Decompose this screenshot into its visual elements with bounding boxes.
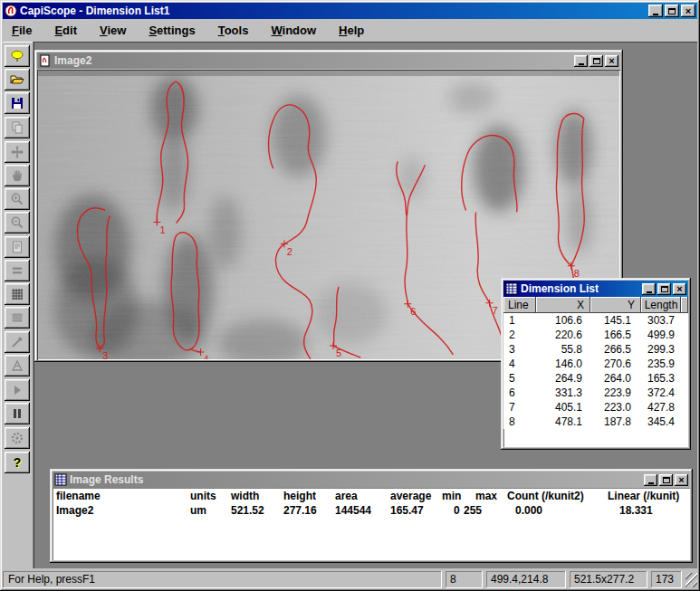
- zoom-out-icon: [10, 215, 24, 230]
- table-row[interactable]: 5264.9264.0165.3: [503, 371, 688, 386]
- table-cell: 220.6: [536, 328, 590, 342]
- dimension-list-titlebar[interactable]: Dimension List ×: [503, 281, 688, 297]
- menu-item-file[interactable]: File: [12, 24, 32, 37]
- menu-item-window[interactable]: Window: [271, 24, 316, 37]
- results-column-header: min: [442, 489, 475, 503]
- toolbar-move-button: [5, 141, 30, 163]
- dimlist-close-button[interactable]: ×: [673, 283, 686, 295]
- table-row[interactable]: 6331.3223.9372.4: [503, 386, 688, 400]
- status-image-size: 521.5x277.2: [570, 571, 647, 588]
- maximize-button[interactable]: [665, 5, 679, 17]
- toolbar: ??: [3, 42, 34, 568]
- menu-item-tools[interactable]: Tools: [218, 24, 249, 37]
- image-results-window[interactable]: Image Results × filenameunitswidthheight…: [50, 469, 693, 563]
- column-header-y[interactable]: Y: [590, 297, 641, 313]
- results-minimize-button[interactable]: [644, 474, 657, 486]
- save-icon: [10, 96, 24, 110]
- menu-bar: FileEditViewSettingsToolsWindowHelp: [3, 20, 697, 41]
- results-column-header: max: [475, 489, 507, 503]
- image-results-table: filenameunitswidthheightareaaverageminma…: [53, 488, 690, 560]
- column-header-x[interactable]: X: [536, 297, 590, 313]
- image-window-titlebar[interactable]: Image2 ×: [37, 52, 620, 69]
- hand-icon: [10, 168, 24, 183]
- trace-label: 8: [574, 268, 580, 279]
- image-results-titlebar[interactable]: Image Results ×: [53, 472, 690, 488]
- table-cell: [681, 328, 688, 342]
- table-cell: 1: [503, 313, 536, 328]
- table-cell: 166.5: [590, 328, 641, 342]
- table-cell: 55.8: [536, 342, 590, 357]
- table-row[interactable]: 2220.6166.5499.9: [503, 328, 688, 342]
- table-cell: 5: [503, 371, 536, 386]
- image-close-button[interactable]: ×: [605, 55, 618, 67]
- table-row[interactable]: 7405.1223.0427.8: [503, 400, 688, 415]
- table-cell: 235.9: [641, 357, 681, 371]
- results-close-button[interactable]: ×: [675, 474, 688, 486]
- dimension-list-window[interactable]: Dimension List × LineXYLength 1106.6145.…: [501, 278, 691, 450]
- dimlist-minimize-button[interactable]: [642, 283, 656, 295]
- image-maximize-button[interactable]: [590, 55, 603, 67]
- menu-item-view[interactable]: View: [100, 24, 126, 37]
- table-cell: 478.1: [536, 415, 590, 429]
- toolbar-grid-button[interactable]: [5, 283, 30, 305]
- image-page-icon: [10, 240, 24, 254]
- app-icon: [5, 5, 17, 17]
- results-column-header: Linear (/kunit): [608, 489, 690, 503]
- image-results-title: Image Results: [70, 473, 143, 486]
- toolbar-zoom-in-button: [5, 188, 30, 210]
- dimlist-maximize-button[interactable]: [657, 283, 671, 295]
- results-value: 255: [464, 503, 507, 518]
- table-row[interactable]: 355.8266.5299.3: [503, 342, 688, 357]
- results-value: 521.52: [231, 503, 283, 518]
- table-cell: 6: [503, 386, 536, 400]
- table-cell: 106.6: [536, 313, 590, 328]
- results-value: Image2: [56, 503, 190, 518]
- toolbar-capture-button[interactable]: [5, 45, 30, 67]
- resize-grip[interactable]: [686, 573, 697, 587]
- table-cell: 372.4: [641, 386, 681, 400]
- close-button[interactable]: ×: [681, 5, 695, 17]
- results-value: 144544: [335, 503, 390, 518]
- table-cell: 4: [503, 357, 536, 371]
- column-header-length[interactable]: Length: [641, 297, 681, 313]
- image-window-title: Image2: [54, 54, 91, 67]
- table-cell: 7: [503, 400, 536, 415]
- toolbar-open-folder-button[interactable]: [5, 69, 30, 91]
- toolbar-group: [3, 141, 33, 234]
- results-column-header: width: [231, 489, 283, 503]
- menu-item-settings[interactable]: Settings: [149, 24, 195, 37]
- toolbar-help-button[interactable]: ??: [5, 452, 30, 473]
- image-minimize-button[interactable]: [574, 55, 588, 67]
- table-row[interactable]: 1106.6145.1303.7: [503, 313, 688, 328]
- table-row[interactable]: 4146.0270.6235.9: [503, 357, 688, 371]
- fine-grid-icon: [10, 310, 24, 325]
- toolbar-pause-button[interactable]: [5, 403, 30, 424]
- results-maximize-button[interactable]: [659, 474, 673, 486]
- open-folder-icon: [10, 72, 24, 87]
- table-row[interactable]: 8478.1187.8345.4: [503, 415, 688, 429]
- table-cell: 165.3: [641, 371, 681, 386]
- column-header-line[interactable]: Line: [503, 297, 536, 313]
- trace-label: 4: [204, 354, 209, 359]
- table-cell: [681, 386, 688, 400]
- table-icon: [54, 473, 67, 486]
- column-header-stub: [681, 297, 688, 313]
- title-bar[interactable]: CapiScope - Dimension List1 ×: [3, 3, 697, 19]
- trace-label: 1: [159, 224, 165, 235]
- table-cell: [681, 415, 688, 429]
- table-cell: 145.1: [590, 313, 641, 328]
- trace-label: 2: [287, 246, 292, 257]
- table-cell: 345.4: [641, 415, 681, 429]
- menu-item-help[interactable]: Help: [339, 24, 364, 37]
- results-column-header: average: [390, 489, 442, 503]
- menu-item-edit[interactable]: Edit: [54, 24, 77, 37]
- table-cell: 264.0: [590, 371, 641, 386]
- minimize-button[interactable]: [648, 5, 663, 17]
- results-value: 0.000: [507, 503, 599, 518]
- status-count: 8: [446, 571, 483, 588]
- toolbar-save-button[interactable]: [5, 92, 30, 114]
- table-cell: 187.8: [590, 415, 641, 429]
- toolbar-group: ??: [3, 452, 33, 473]
- zoom-in-icon: [10, 192, 24, 206]
- measure-line-icon: [10, 335, 24, 349]
